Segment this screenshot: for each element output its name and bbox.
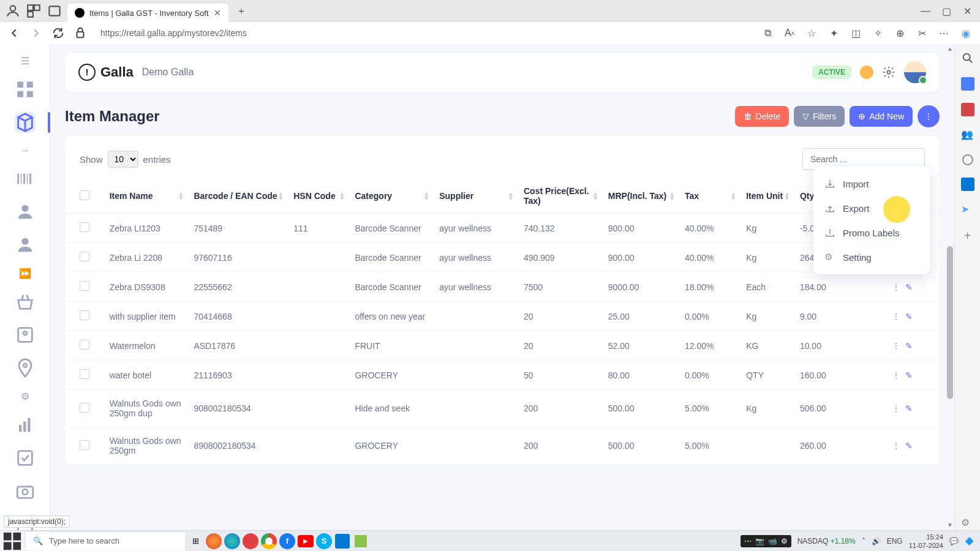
col-cost-price-excl-tax-[interactable]: Cost Price(Excl. Tax)▲▼: [518, 179, 602, 214]
scroll-thumb[interactable]: [947, 246, 953, 399]
row-checkbox[interactable]: [80, 403, 89, 413]
close-tab-icon[interactable]: ✕: [214, 8, 221, 18]
facebook-icon[interactable]: f: [278, 532, 296, 550]
scrollbar[interactable]: ▲ ▼: [946, 44, 954, 530]
copilot-icon[interactable]: ◉: [959, 26, 973, 40]
forward-button[interactable]: [29, 26, 43, 40]
more-actions-button[interactable]: ⋮: [918, 105, 940, 127]
tray-group[interactable]: ⋯📷📹⚙: [741, 535, 791, 547]
browser-tab[interactable]: Items | Galla GST - Inventory Soft ✕: [67, 4, 228, 22]
row-edit-icon[interactable]: ✎: [905, 312, 913, 321]
text-size-icon[interactable]: AA: [783, 26, 796, 40]
row-edit-icon[interactable]: ✎: [905, 403, 913, 413]
start-button[interactable]: [0, 531, 24, 552]
add-new-button[interactable]: ⊕Add New: [850, 106, 913, 127]
select-all-checkbox[interactable]: [80, 190, 89, 200]
nav-reports[interactable]: [15, 414, 36, 435]
nav-barcode[interactable]: [15, 168, 36, 189]
skype-icon[interactable]: S: [315, 532, 333, 550]
nav-user[interactable]: [15, 201, 36, 222]
youtube-icon[interactable]: ▶: [296, 532, 315, 550]
col-item-unit[interactable]: Item Unit▲▼: [740, 179, 794, 214]
volume-icon[interactable]: 🔊: [872, 537, 881, 545]
row-actions-icon[interactable]: ⋮: [892, 312, 900, 321]
row-checkbox[interactable]: [80, 340, 89, 350]
delete-button[interactable]: 🗑Delete: [735, 106, 789, 127]
row-edit-icon[interactable]: ✎: [905, 341, 913, 351]
people-icon[interactable]: 👥: [961, 129, 974, 142]
edge-icon[interactable]: [223, 532, 241, 550]
store-icon[interactable]: [333, 532, 352, 550]
tab-overview-icon[interactable]: [47, 3, 62, 19]
row-edit-icon[interactable]: ✎: [905, 282, 913, 292]
col-item-name[interactable]: Item Name▲▼: [104, 179, 188, 214]
row-edit-icon[interactable]: ✎: [905, 441, 913, 451]
record-icon[interactable]: [241, 532, 260, 550]
ticker[interactable]: NASDAQ +1.18%: [797, 537, 856, 545]
tray-chevron-icon[interactable]: ˄: [862, 537, 865, 545]
new-tab-button[interactable]: ＋: [233, 3, 249, 19]
workspaces-icon[interactable]: [26, 3, 42, 19]
scroll-up-icon[interactable]: ▲: [946, 45, 954, 53]
nav-contacts[interactable]: [15, 324, 36, 345]
favorites-icon[interactable]: ✧: [871, 26, 884, 40]
nav-camera[interactable]: [15, 481, 36, 501]
menu-setting[interactable]: ⚙Setting: [813, 245, 930, 269]
site-info-icon[interactable]: [74, 26, 87, 40]
row-actions-icon[interactable]: ⋮: [892, 341, 900, 351]
row-checkbox[interactable]: [80, 281, 89, 291]
send-icon[interactable]: ➤: [961, 203, 974, 217]
menu-import[interactable]: Import: [813, 171, 930, 196]
row-checkbox[interactable]: [80, 222, 89, 232]
row-actions-icon[interactable]: ⋮: [892, 370, 900, 380]
search-icon[interactable]: [961, 51, 974, 65]
row-checkbox[interactable]: [80, 369, 89, 379]
screenshot-icon[interactable]: ✂: [915, 26, 929, 40]
extensions-icon[interactable]: ✦: [827, 26, 840, 40]
menu-toggle-icon[interactable]: ☰: [21, 55, 29, 67]
assist-icon[interactable]: 🔷: [965, 537, 974, 545]
avatar[interactable]: [904, 61, 926, 83]
language-indicator[interactable]: ENG: [887, 537, 903, 545]
row-edit-icon[interactable]: ✎: [905, 370, 913, 380]
url-field[interactable]: https://retail.galla.app/mystorev2/items: [96, 28, 752, 38]
nav-items[interactable]: [15, 112, 36, 133]
open-external-icon[interactable]: ⧉: [761, 26, 774, 40]
brand-logo[interactable]: ! Galla: [78, 64, 134, 81]
col-mrp-incl-tax-[interactable]: MRP(Incl. Tax)▲▼: [602, 179, 679, 214]
page-size-select[interactable]: 10: [108, 151, 138, 168]
clock[interactable]: 15:2411-07-2024: [909, 533, 943, 550]
nav-arrow[interactable]: →: [15, 145, 36, 156]
nav-basket[interactable]: [15, 291, 36, 312]
nav-check[interactable]: [15, 448, 36, 468]
menu-promo-labels[interactable]: Promo Labels: [813, 220, 930, 245]
menu-export[interactable]: Export: [813, 196, 930, 220]
nav-settings[interactable]: ⚙: [15, 391, 36, 402]
row-actions-icon[interactable]: ⋮: [892, 403, 900, 413]
outlook-icon[interactable]: [961, 178, 974, 191]
taskbar-search[interactable]: 🔍Type here to search: [26, 532, 185, 550]
task-view-icon[interactable]: ⊞: [186, 532, 205, 550]
minimize-icon[interactable]: ―: [918, 3, 933, 19]
settings-icon[interactable]: [882, 66, 895, 79]
col-tax[interactable]: Tax▲▼: [679, 179, 740, 214]
split-icon[interactable]: ◫: [849, 26, 862, 40]
profile-icon[interactable]: [5, 3, 21, 19]
col-barcode-ean-code[interactable]: Barcode / EAN Code▲▼: [187, 179, 287, 214]
add-sidebar-icon[interactable]: +: [961, 229, 974, 242]
col-category[interactable]: Category▲▼: [349, 179, 433, 214]
sidebar-settings-icon[interactable]: ⚙: [961, 517, 974, 530]
nav-user2[interactable]: [15, 234, 36, 255]
coin-icon[interactable]: [860, 66, 873, 79]
maximize-icon[interactable]: ▢: [938, 3, 954, 19]
reload-button[interactable]: [51, 26, 65, 40]
col-supplier[interactable]: Supplier▲▼: [433, 179, 518, 214]
office-icon[interactable]: [962, 154, 973, 165]
app-icon[interactable]: [352, 532, 370, 550]
notifications-icon[interactable]: 💬: [949, 537, 959, 545]
row-actions-icon[interactable]: ⋮: [892, 282, 900, 292]
row-checkbox[interactable]: [80, 440, 89, 450]
tools-icon[interactable]: [961, 103, 974, 116]
row-checkbox[interactable]: [80, 252, 89, 261]
scroll-down-icon[interactable]: ▼: [946, 522, 954, 529]
